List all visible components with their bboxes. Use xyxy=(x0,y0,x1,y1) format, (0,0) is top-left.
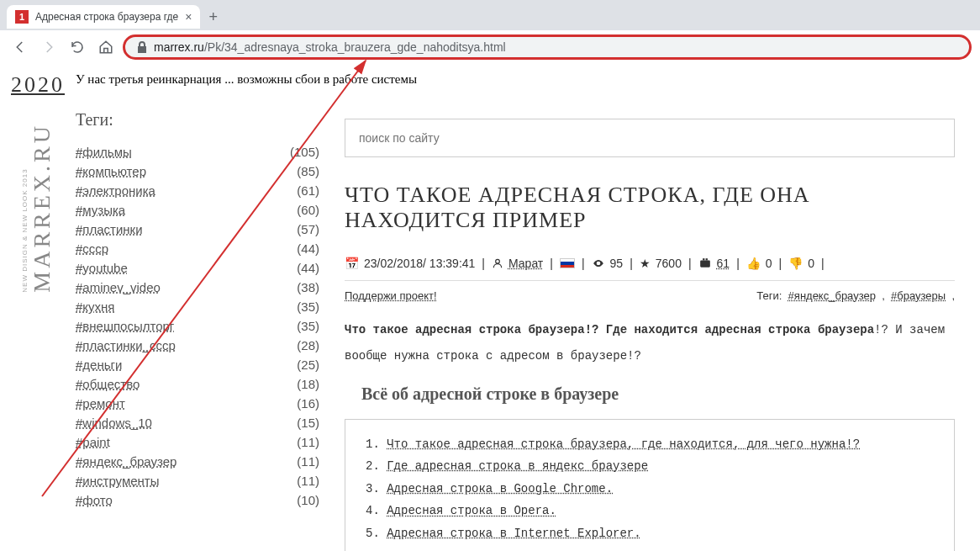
tag-row: #кухня(35) xyxy=(76,297,319,316)
views-count: 95 xyxy=(610,257,624,270)
tag-count: (105) xyxy=(290,145,319,159)
tag-link[interactable]: #youtube xyxy=(76,261,128,275)
tag-count: (35) xyxy=(297,319,319,333)
toc-list: Что такое адресная строка браузера, где … xyxy=(366,433,934,545)
tag-link[interactable]: #aminev_video xyxy=(76,280,161,294)
tags-heading: Теги: xyxy=(76,110,319,130)
new-tab-button[interactable]: + xyxy=(208,8,218,26)
tag-row: #общество(18) xyxy=(76,374,319,394)
tag-row: #внешпосылторг(35) xyxy=(76,316,319,336)
tag-link[interactable]: #электроника xyxy=(76,183,155,198)
tag-count: (11) xyxy=(297,454,319,469)
star-icon: ★ xyxy=(640,257,651,270)
tag-count: (61) xyxy=(297,183,319,198)
tag-link[interactable]: #общество xyxy=(76,377,140,391)
tag-link[interactable]: #paint xyxy=(76,435,110,449)
tag-row: #музыка(60) xyxy=(76,200,319,220)
tag-link[interactable]: #пластинки_ссср xyxy=(76,338,176,352)
home-icon xyxy=(98,40,113,55)
tag-link[interactable]: #windows_10 xyxy=(76,416,152,430)
toc-link[interactable]: Адресная строка в Internet Explorer. xyxy=(387,527,640,540)
tag-list: #фильмы(105)#компьютер(85)#электроника(6… xyxy=(76,142,319,510)
article-author[interactable]: Марат xyxy=(508,257,543,270)
tag-row: #пластинки(57) xyxy=(76,220,319,239)
browser-toolbar: marrex.ru/Pk/34_adresnaya_stroka_brauzer… xyxy=(0,30,980,64)
article-tag-1[interactable]: #яндекс_браузер xyxy=(788,289,876,302)
user-icon xyxy=(492,257,503,269)
home-button[interactable] xyxy=(94,35,118,59)
logo-column: 2020 MARREX.RU NEW DISIGN & NEW LOOK 201… xyxy=(0,64,76,551)
arrow-left-icon xyxy=(13,40,28,55)
tag-link[interactable]: #инструменты xyxy=(76,474,159,488)
support-link[interactable]: Поддержи проект! xyxy=(345,289,437,302)
arrow-right-icon xyxy=(41,40,56,55)
search-box xyxy=(345,119,955,157)
tag-row: #электроника(61) xyxy=(76,181,319,200)
article-meta: 📅 23/02/2018/ 13:39:41 | Марат | | 95 | xyxy=(345,257,955,281)
tag-row: #paint(11) xyxy=(76,432,319,452)
tag-link[interactable]: #яндекс_браузер xyxy=(76,454,177,469)
tag-count: (11) xyxy=(297,474,319,488)
tag-count: (44) xyxy=(297,261,319,275)
tag-link[interactable]: #пластинки xyxy=(76,222,143,236)
tag-count: (35) xyxy=(297,299,319,314)
tag-link[interactable]: #ссср xyxy=(76,241,108,256)
tag-count: (25) xyxy=(297,358,319,372)
tag-count: (11) xyxy=(297,435,319,449)
thumbs-down-icon[interactable]: 👎 xyxy=(788,257,803,270)
tag-link[interactable]: #внешпосылторг xyxy=(76,319,174,333)
year-badge: 2020 xyxy=(11,72,65,98)
main-content: ЧТО ТАКОЕ АДРЕСНАЯ СТРОКА, ГДЕ ОНА НАХОД… xyxy=(336,102,980,551)
thumbs-up-icon[interactable]: 👍 xyxy=(746,257,761,270)
toc-item: Адресная строка в Internet Explorer. xyxy=(366,522,934,545)
toc-link[interactable]: Адресная строка в Google Chrome. xyxy=(387,482,613,495)
site-logo[interactable]: MARREX.RU xyxy=(29,123,55,293)
tag-count: (38) xyxy=(297,280,319,294)
tab-title: Адресная строка браузера где xyxy=(35,11,178,23)
tag-row: #пластинки_ссср(28) xyxy=(76,336,319,355)
tag-count: (85) xyxy=(297,164,319,178)
toc-item: Адресная строка в Google Chrome. xyxy=(366,478,934,501)
toc-item: Что такое адресная строка браузера, где … xyxy=(366,433,934,456)
browser-tab[interactable]: 1 Адресная строка браузера где × xyxy=(7,5,200,29)
tag-count: (18) xyxy=(297,377,319,391)
tag-link[interactable]: #фото xyxy=(76,493,113,507)
lock-icon xyxy=(137,41,147,53)
toc-item: Адресная строка в Opera. xyxy=(366,500,934,522)
toc-link[interactable]: Адресная строка в Opera. xyxy=(387,504,556,517)
tag-link[interactable]: #ремонт xyxy=(76,396,125,411)
tag-count: (28) xyxy=(297,338,319,352)
svg-rect-2 xyxy=(703,258,704,260)
tag-row: #деньги(25) xyxy=(76,355,319,374)
article-tag-2[interactable]: #браузеры xyxy=(891,289,946,302)
search-input[interactable] xyxy=(359,131,940,145)
tag-row: #компьютер(85) xyxy=(76,162,319,181)
forward-button[interactable] xyxy=(37,35,61,59)
tag-link[interactable]: #деньги xyxy=(76,358,122,372)
url-text: marrex.ru/Pk/34_adresnaya_stroka_brauzer… xyxy=(154,40,957,54)
video-count[interactable]: 61 xyxy=(717,257,730,270)
toc-item: Где адресная строка в яндекс браузере xyxy=(366,455,934,478)
site-notice: У нас третья реинкарнация ... возможны с… xyxy=(76,64,980,87)
tag-row: #youtube(44) xyxy=(76,258,319,278)
tag-link[interactable]: #музыка xyxy=(76,203,125,217)
close-icon[interactable]: × xyxy=(185,10,192,24)
flag-ru-icon xyxy=(560,258,575,268)
video-icon xyxy=(698,257,712,269)
tag-link[interactable]: #фильмы xyxy=(76,145,132,159)
tag-count: (10) xyxy=(297,493,319,507)
address-bar[interactable]: marrex.ru/Pk/34_adresnaya_stroka_brauzer… xyxy=(123,34,972,60)
tag-link[interactable]: #кухня xyxy=(76,299,114,314)
back-button[interactable] xyxy=(8,35,32,59)
tag-row: #aminev_video(38) xyxy=(76,278,319,297)
reload-button[interactable] xyxy=(66,35,89,59)
toc-link[interactable]: Что такое адресная строка браузера, где … xyxy=(387,437,860,451)
eye-icon xyxy=(592,257,605,269)
tag-link[interactable]: #компьютер xyxy=(76,164,146,178)
url-bar-wrap: marrex.ru/Pk/34_adresnaya_stroka_brauzer… xyxy=(123,34,972,60)
sub-meta: Поддержи проект! Теги: #яндекс_браузер ,… xyxy=(345,289,955,302)
tag-row: #ссср(44) xyxy=(76,239,319,258)
toc-link[interactable]: Где адресная строка в яндекс браузере xyxy=(387,459,648,473)
tab-favicon: 1 xyxy=(15,10,29,24)
dislikes-count: 0 xyxy=(808,257,814,270)
